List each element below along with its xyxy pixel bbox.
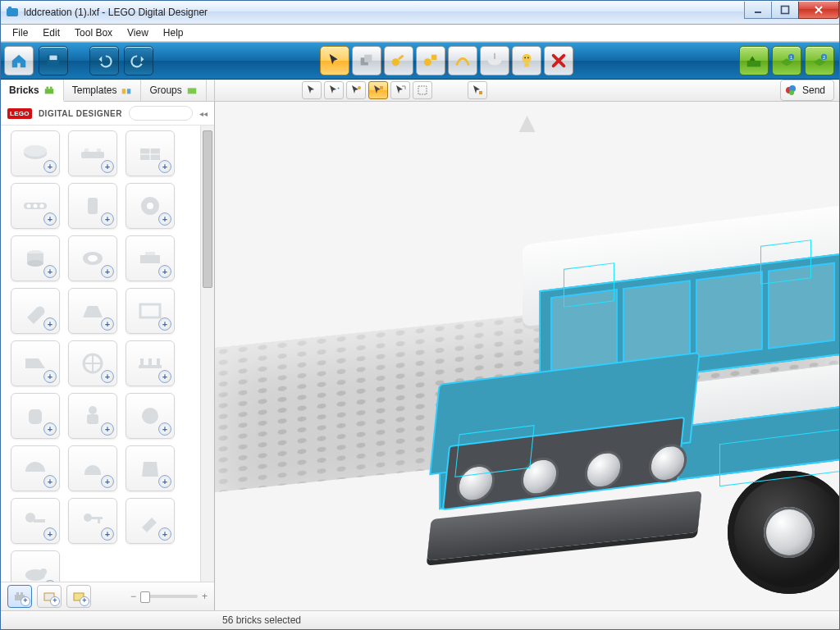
subtool-select-type[interactable] <box>390 81 410 99</box>
brick-animal[interactable]: + <box>11 550 60 582</box>
svg-rect-2 <box>755 11 761 13</box>
send-button[interactable]: Send <box>780 80 834 101</box>
brick-wrench[interactable]: + <box>11 288 60 334</box>
tab-bricks[interactable]: Bricks <box>1 80 64 102</box>
brick-plate-angle[interactable]: + <box>11 340 60 386</box>
redo-button[interactable] <box>124 46 153 75</box>
brick-minifig[interactable]: + <box>68 393 117 439</box>
svg-rect-56 <box>140 304 160 317</box>
minimize-button[interactable] <box>744 2 772 19</box>
menu-toolbox[interactable]: Tool Box <box>68 25 119 40</box>
brick-plate-grid[interactable]: + <box>126 130 175 176</box>
menu-help[interactable]: Help <box>157 25 190 40</box>
brick-head[interactable]: + <box>126 393 175 439</box>
home-button[interactable] <box>4 46 34 75</box>
brick-technic-beam[interactable]: + <box>11 183 60 229</box>
close-button[interactable] <box>798 2 839 19</box>
brick-helmet-round[interactable]: + <box>11 445 60 491</box>
svg-rect-59 <box>140 358 144 368</box>
paint-tool[interactable] <box>480 46 509 75</box>
footer-set-view[interactable]: + <box>66 585 91 608</box>
svg-rect-10 <box>431 55 436 60</box>
viewport[interactable]: ▲ <box>215 102 839 610</box>
clone-tool[interactable] <box>352 46 381 75</box>
subtool-select-add[interactable]: + <box>324 81 344 99</box>
svg-point-48 <box>147 203 153 209</box>
brick-torso[interactable]: + <box>126 445 175 491</box>
add-icon: + <box>158 317 171 331</box>
wheel-front <box>728 471 839 594</box>
svg-rect-14 <box>524 63 529 67</box>
brick-plate-mod[interactable]: + <box>126 235 175 281</box>
zoom-knob[interactable] <box>140 591 150 603</box>
brick-handle[interactable]: + <box>11 498 60 544</box>
brick-plate-round[interactable]: + <box>11 130 60 176</box>
add-icon: + <box>158 475 171 488</box>
footer-box-view[interactable]: + <box>37 585 62 608</box>
save-button[interactable] <box>39 46 68 75</box>
brick-tool[interactable]: + <box>126 498 175 544</box>
menu-view[interactable]: View <box>121 25 155 40</box>
selection-subtools: + <box>302 81 432 99</box>
model-bus[interactable] <box>424 217 839 569</box>
tab-templates-label: Templates <box>72 84 117 96</box>
add-icon: + <box>158 422 171 436</box>
svg-rect-12 <box>494 53 495 59</box>
svg-point-45 <box>40 204 44 208</box>
scrollbar-thumb[interactable] <box>203 130 212 288</box>
hinge-align-tool[interactable] <box>416 46 445 75</box>
menu-edit[interactable]: Edit <box>36 25 66 40</box>
maximize-button[interactable] <box>771 2 799 19</box>
svg-point-65 <box>142 408 158 424</box>
build-mode-1[interactable]: 1 <box>772 46 801 75</box>
svg-point-44 <box>34 204 38 208</box>
delete-tool[interactable] <box>544 46 573 75</box>
svg-point-8 <box>391 58 399 66</box>
brick-frame[interactable]: + <box>126 288 175 334</box>
flex-tool[interactable] <box>448 46 477 75</box>
tab-templates[interactable]: Templates <box>64 80 142 101</box>
add-icon: + <box>43 317 57 331</box>
add-icon: + <box>101 475 114 488</box>
brick-key[interactable]: + <box>68 498 117 544</box>
palette-search[interactable] <box>129 106 193 121</box>
zoom-slider[interactable] <box>140 595 198 598</box>
zoom-out-icon[interactable]: − <box>130 591 136 602</box>
svg-point-16 <box>527 57 528 58</box>
collapse-handle[interactable]: ◂◂ <box>199 102 208 125</box>
build-mode-2[interactable]: 2 <box>805 46 834 75</box>
subtool-select[interactable] <box>302 81 322 99</box>
footer-brick-view[interactable]: + <box>7 585 32 608</box>
svg-rect-64 <box>87 414 98 424</box>
tab-groups[interactable]: Groups <box>141 80 206 101</box>
svg-rect-30 <box>380 86 383 89</box>
brick-helmet[interactable]: + <box>68 445 117 491</box>
brick-technic-pin[interactable]: + <box>68 183 117 229</box>
brick-track[interactable]: + <box>126 340 175 386</box>
zoom-in-icon[interactable]: + <box>202 591 208 602</box>
brick-barrel[interactable]: + <box>11 393 60 439</box>
hinge-tool[interactable] <box>384 46 413 75</box>
subtool-select-color[interactable] <box>346 81 366 99</box>
brick-plate-2x[interactable]: + <box>68 130 117 176</box>
svg-point-51 <box>27 260 43 267</box>
add-icon: + <box>43 527 57 541</box>
select-tool[interactable] <box>320 46 349 75</box>
add-icon: + <box>101 370 114 383</box>
subtool-select-all[interactable] <box>413 81 432 99</box>
brick-cylinder[interactable]: + <box>11 235 60 281</box>
hide-tool[interactable] <box>512 46 541 75</box>
svg-rect-38 <box>81 152 104 158</box>
brick-steering-wheel[interactable]: + <box>68 340 117 386</box>
palette-scrollbar[interactable] <box>200 126 214 582</box>
subtool-select-invert[interactable] <box>468 81 487 99</box>
headlight-icon <box>647 442 689 484</box>
brick-tube[interactable]: + <box>68 235 117 281</box>
subtool-select-connected[interactable] <box>368 81 388 99</box>
brick-gear[interactable]: + <box>126 183 175 229</box>
menu-file[interactable]: File <box>6 25 34 40</box>
mode-buttons: 1 2 <box>739 46 834 75</box>
landscape-mode[interactable] <box>739 46 769 75</box>
brick-wedge[interactable]: + <box>68 288 117 334</box>
undo-button[interactable] <box>89 46 119 75</box>
